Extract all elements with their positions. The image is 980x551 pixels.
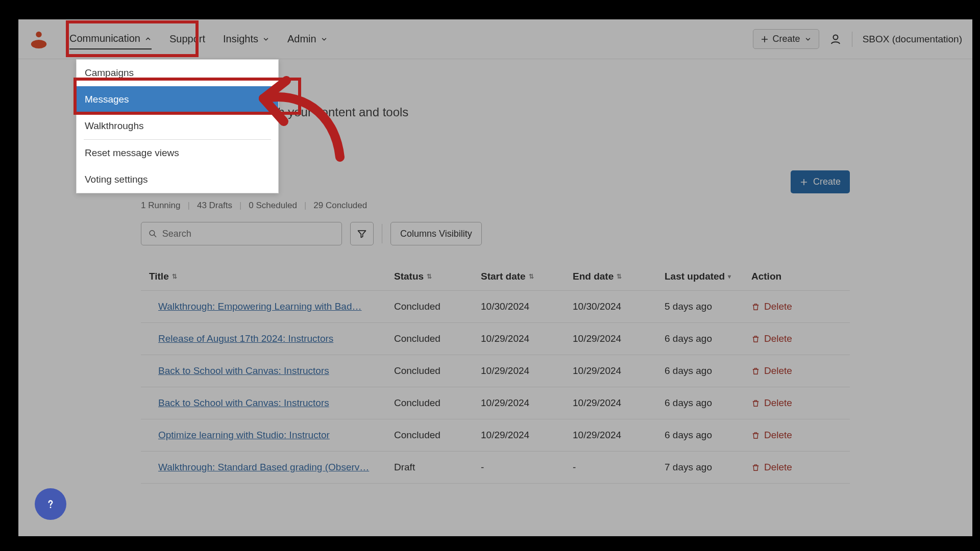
campaign-title-link[interactable]: Walkthrough: Standard Based grading (Obs… bbox=[149, 462, 394, 473]
table: Title⇅ Status⇅ Start date⇅ End date⇅ Las… bbox=[141, 263, 850, 484]
dropdown-reset-views[interactable]: Reset message views bbox=[77, 140, 278, 166]
delete-button[interactable]: Delete bbox=[751, 397, 843, 409]
trash-icon bbox=[751, 303, 760, 311]
delete-button[interactable]: Delete bbox=[751, 333, 843, 344]
cell-start: 10/29/2024 bbox=[481, 430, 573, 441]
delete-button[interactable]: Delete bbox=[751, 365, 843, 377]
chevron-up-icon bbox=[144, 35, 152, 42]
trash-icon bbox=[751, 335, 760, 343]
table-row: Walkthrough: Standard Based grading (Obs… bbox=[141, 452, 850, 484]
cell-updated: 6 days ago bbox=[665, 430, 751, 441]
status-line: 1 Running| 43 Drafts| 0 Scheduled| 29 Co… bbox=[141, 201, 850, 211]
trash-icon bbox=[751, 431, 760, 440]
trash-icon bbox=[751, 367, 760, 375]
cell-status: Concluded bbox=[394, 301, 481, 312]
nav-insights[interactable]: Insights bbox=[223, 29, 270, 49]
nav-items: Communication Support Insights Admin bbox=[69, 29, 328, 49]
cell-start: 10/29/2024 bbox=[481, 333, 573, 344]
drafts-count: 43 Drafts bbox=[197, 201, 232, 211]
nav-support[interactable]: Support bbox=[169, 29, 205, 49]
cell-start: - bbox=[481, 462, 573, 473]
table-row: Back to School with Canvas: InstructorsC… bbox=[141, 355, 850, 387]
create-campaign-label: Create bbox=[813, 177, 841, 187]
filter-button[interactable] bbox=[350, 222, 374, 245]
plus-icon bbox=[800, 178, 808, 186]
sort-icon: ⇅ bbox=[427, 273, 432, 280]
trash-icon bbox=[751, 463, 760, 472]
th-end[interactable]: End date⇅ bbox=[573, 271, 665, 282]
campaign-title-link[interactable]: Optimize learning with Studio: Instructo… bbox=[149, 430, 394, 441]
campaign-title-link[interactable]: Back to School with Canvas: Instructors bbox=[149, 365, 394, 377]
delete-button[interactable]: Delete bbox=[751, 301, 843, 312]
nav-admin-label: Admin bbox=[287, 33, 316, 45]
create-button[interactable]: Create bbox=[753, 29, 819, 49]
app-frame: Communication Support Insights Admin Cre… bbox=[18, 19, 972, 536]
cell-status: Concluded bbox=[394, 430, 481, 441]
cell-start: 10/29/2024 bbox=[481, 365, 573, 377]
filter-icon bbox=[357, 229, 367, 239]
svg-point-1 bbox=[31, 39, 46, 48]
chevron-down-icon bbox=[804, 36, 812, 43]
campaign-title-link[interactable]: Walkthrough: Empowering Learning with Ba… bbox=[149, 301, 394, 312]
campaign-title-link[interactable]: Back to School with Canvas: Instructors bbox=[149, 397, 394, 409]
scheduled-count: 0 Scheduled bbox=[249, 201, 297, 211]
cell-status: Draft bbox=[394, 462, 481, 473]
cell-updated: 6 days ago bbox=[665, 333, 751, 344]
controls: Columns Visibility bbox=[141, 222, 850, 245]
cell-updated: 6 days ago bbox=[665, 397, 751, 409]
th-action: Action bbox=[751, 271, 843, 282]
dropdown-voting-settings[interactable]: Voting settings bbox=[77, 166, 278, 193]
logo-icon bbox=[29, 29, 49, 49]
table-row: Back to School with Canvas: InstructorsC… bbox=[141, 387, 850, 419]
communication-dropdown: Campaigns Messages Walkthroughs Reset me… bbox=[76, 59, 279, 193]
cell-status: Concluded bbox=[394, 333, 481, 344]
divider bbox=[382, 224, 382, 243]
delete-label: Delete bbox=[764, 333, 792, 344]
cell-end: - bbox=[573, 462, 665, 473]
delete-button[interactable]: Delete bbox=[751, 430, 843, 441]
delete-label: Delete bbox=[764, 462, 792, 473]
dropdown-walkthroughs[interactable]: Walkthroughs bbox=[77, 113, 278, 139]
cell-updated: 7 days ago bbox=[665, 462, 751, 473]
header: Communication Support Insights Admin Cre… bbox=[18, 19, 972, 59]
search-wrap[interactable] bbox=[141, 222, 342, 245]
table-row: Optimize learning with Studio: Instructo… bbox=[141, 419, 850, 452]
search-icon bbox=[149, 229, 157, 238]
table-header: Title⇅ Status⇅ Start date⇅ End date⇅ Las… bbox=[141, 263, 850, 291]
dropdown-campaigns[interactable]: Campaigns bbox=[77, 60, 278, 86]
delete-button[interactable]: Delete bbox=[751, 462, 843, 473]
svg-point-4 bbox=[50, 507, 52, 508]
user-icon[interactable] bbox=[829, 33, 842, 45]
chevron-down-icon bbox=[262, 36, 270, 43]
cell-end: 10/30/2024 bbox=[573, 301, 665, 312]
org-label[interactable]: SBOX (documentation) bbox=[863, 34, 962, 45]
dropdown-messages[interactable]: Messages bbox=[77, 86, 278, 113]
cell-start: 10/30/2024 bbox=[481, 301, 573, 312]
th-status[interactable]: Status⇅ bbox=[394, 271, 481, 282]
create-campaign-button[interactable]: Create bbox=[791, 170, 850, 193]
nav-communication-label: Communication bbox=[69, 33, 140, 44]
nav-communication[interactable]: Communication bbox=[69, 29, 152, 49]
search-input[interactable] bbox=[162, 229, 334, 239]
help-button[interactable] bbox=[35, 488, 66, 520]
svg-point-0 bbox=[36, 31, 41, 37]
th-title[interactable]: Title⇅ bbox=[149, 271, 394, 282]
columns-visibility-button[interactable]: Columns Visibility bbox=[390, 222, 482, 245]
svg-point-2 bbox=[833, 35, 838, 39]
campaign-title-link[interactable]: Release of August 17th 2024: Instructors bbox=[149, 333, 394, 344]
trash-icon bbox=[751, 399, 760, 408]
delete-label: Delete bbox=[764, 397, 792, 409]
divider bbox=[852, 32, 852, 47]
cell-end: 10/29/2024 bbox=[573, 430, 665, 441]
sort-icon: ⇅ bbox=[617, 273, 622, 280]
chevron-down-icon bbox=[321, 36, 328, 43]
cell-updated: 5 days ago bbox=[665, 301, 751, 312]
th-start[interactable]: Start date⇅ bbox=[481, 271, 573, 282]
cell-start: 10/29/2024 bbox=[481, 397, 573, 409]
th-updated[interactable]: Last updated▾ bbox=[665, 271, 751, 282]
sort-icon: ⇅ bbox=[529, 273, 534, 280]
delete-label: Delete bbox=[764, 430, 792, 441]
nav-admin[interactable]: Admin bbox=[287, 29, 328, 49]
sort-icon: ⇅ bbox=[172, 273, 177, 280]
nav-support-label: Support bbox=[169, 33, 205, 45]
